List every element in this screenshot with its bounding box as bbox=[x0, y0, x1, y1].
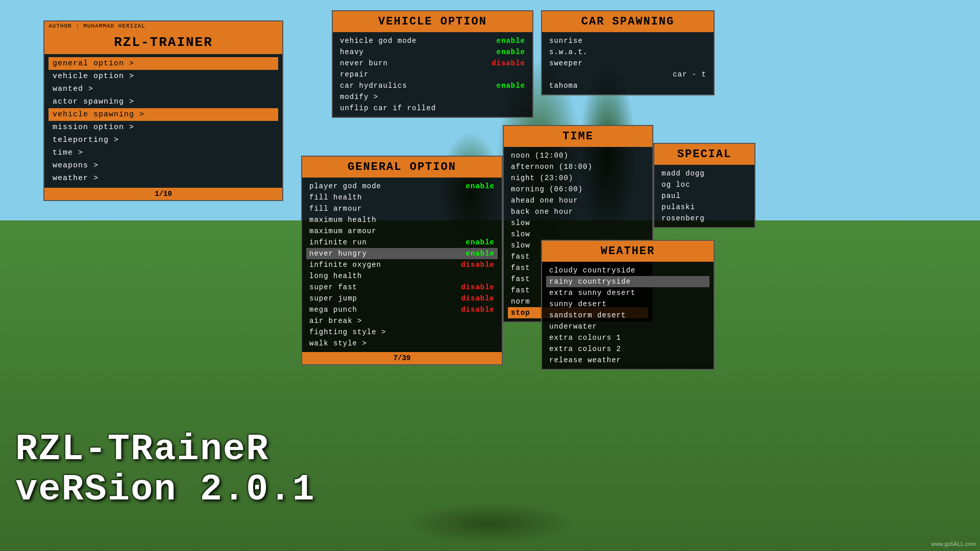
watermark: www.go5ALL.com bbox=[931, 541, 976, 547]
weather-panel: weather cloudy countryside rainy country… bbox=[541, 240, 715, 370]
menu-item-teleport[interactable]: teleporting > bbox=[48, 134, 278, 146]
time-panel-title: time bbox=[504, 126, 652, 147]
infinite-oxygen[interactable]: infinite oxygen disable bbox=[306, 259, 498, 270]
car-spawn-title: car spawning bbox=[542, 11, 714, 32]
general-panel-body: player god mode enable fill health fill … bbox=[302, 178, 502, 352]
vehicle-unflip[interactable]: unflip car if rolled bbox=[337, 103, 528, 114]
car-spawn-body: sunrise s.w.a.t. sweeper car - t tahoma bbox=[542, 32, 714, 94]
general-option-panel: general option player god mode enable fi… bbox=[301, 156, 503, 365]
main-panel-page: 1/10 bbox=[44, 188, 282, 200]
menu-item-general[interactable]: general option > bbox=[48, 57, 278, 70]
time-back[interactable]: back one hour bbox=[508, 206, 648, 217]
vehicle-never-burn[interactable]: never burn disable bbox=[337, 58, 528, 69]
car-sweeper[interactable]: sweeper bbox=[546, 58, 709, 69]
vehicle-heavy[interactable]: heavy enable bbox=[337, 46, 528, 58]
special-paul[interactable]: paul bbox=[658, 190, 750, 202]
main-menu-body: general option > vehicle option > wanted… bbox=[44, 54, 282, 188]
time-slow2[interactable]: slow bbox=[508, 229, 648, 240]
vehicle-option-panel: vehicle option vehicle god mode enable h… bbox=[332, 10, 533, 118]
weather-extra1[interactable]: extra colours 1 bbox=[546, 332, 709, 343]
weather-underwater[interactable]: underwater bbox=[546, 321, 709, 332]
never-hungry[interactable]: never hungry enable bbox=[306, 248, 498, 259]
special-pulaski[interactable]: pulaski bbox=[658, 202, 750, 213]
time-noon[interactable]: noon (12:00) bbox=[508, 150, 648, 161]
long-health[interactable]: long health bbox=[306, 270, 498, 282]
weather-sandstorm[interactable]: sandstorm desert bbox=[546, 310, 709, 321]
vehicle-modify[interactable]: modify > bbox=[337, 91, 528, 103]
vehicle-god-mode[interactable]: vehicle god mode enable bbox=[337, 35, 528, 46]
big-title-line2: veRSion 2.0.1 bbox=[15, 470, 315, 510]
menu-item-weapons[interactable]: weapons > bbox=[48, 159, 278, 172]
weather-extra-sunny[interactable]: extra sunny desert bbox=[546, 287, 709, 298]
vehicle-panel-title: vehicle option bbox=[333, 11, 532, 32]
weather-extra2[interactable]: extra colours 2 bbox=[546, 343, 709, 355]
menu-item-vehicle[interactable]: vehicle option > bbox=[48, 70, 278, 83]
weather-sunny[interactable]: sunny desert bbox=[546, 298, 709, 310]
time-morning[interactable]: morning (06:00) bbox=[508, 184, 648, 195]
special-rosenberg[interactable]: rosenberg bbox=[658, 213, 750, 224]
vehicle-hydraulics[interactable]: car hydraulics enable bbox=[337, 80, 528, 91]
mega-punch[interactable]: mega punch disable bbox=[306, 304, 498, 315]
author-line: AUTHOR : MUHAMMAD HERIZAL bbox=[44, 21, 282, 31]
time-slow1[interactable]: slow bbox=[508, 217, 648, 229]
fill-health[interactable]: fill health bbox=[306, 192, 498, 203]
vehicle-repair[interactable]: repair bbox=[337, 69, 528, 80]
weather-panel-title: weather bbox=[542, 241, 714, 262]
weather-release[interactable]: release weather bbox=[546, 355, 709, 366]
general-panel-page: 7/39 bbox=[302, 352, 502, 364]
car-swat[interactable]: s.w.a.t. bbox=[546, 46, 709, 58]
super-jump[interactable]: super jump disable bbox=[306, 293, 498, 304]
special-og-loc[interactable]: og loc bbox=[658, 179, 750, 190]
time-night[interactable]: night (23:00) bbox=[508, 172, 648, 184]
walk-style[interactable]: walk style > bbox=[306, 338, 498, 349]
menu-item-actor-spawn[interactable]: actor spawning > bbox=[48, 95, 278, 108]
menu-item-wanted[interactable]: wanted > bbox=[48, 83, 278, 95]
menu-item-weather[interactable]: weather > bbox=[48, 172, 278, 185]
weather-rainy[interactable]: rainy countryside bbox=[546, 276, 709, 287]
big-title-line1: RZL-TRaineR bbox=[15, 430, 315, 470]
car-sunrise[interactable]: sunrise bbox=[546, 35, 709, 46]
menu-item-vehicle-spawn[interactable]: vehicle spawning > bbox=[48, 108, 278, 121]
infinite-run[interactable]: infinite run enable bbox=[306, 237, 498, 248]
time-ahead[interactable]: ahead one hour bbox=[508, 195, 648, 206]
menu-item-time[interactable]: time > bbox=[48, 146, 278, 159]
car-spawn-panel: car spawning sunrise s.w.a.t. sweeper ca… bbox=[541, 10, 715, 95]
special-panel: special madd dogg og loc paul pulaski ro… bbox=[653, 143, 755, 228]
super-fast[interactable]: super fast disable bbox=[306, 282, 498, 293]
fighting-style[interactable]: fighting style > bbox=[306, 327, 498, 338]
weather-panel-body: cloudy countryside rainy countryside ext… bbox=[542, 262, 714, 369]
max-armour[interactable]: maximum armour bbox=[306, 226, 498, 237]
main-panel: AUTHOR : MUHAMMAD HERIZAL RZL-TRAINER ge… bbox=[43, 20, 283, 201]
special-panel-title: special bbox=[654, 144, 754, 165]
main-panel-title: RZL-TRAINER bbox=[44, 31, 282, 54]
car-t[interactable]: car - t bbox=[546, 69, 709, 80]
fill-armour[interactable]: fill armour bbox=[306, 203, 498, 214]
special-panel-body: madd dogg og loc paul pulaski rosenberg bbox=[654, 165, 754, 227]
weather-cloudy[interactable]: cloudy countryside bbox=[546, 265, 709, 276]
menu-item-mission[interactable]: mission option > bbox=[48, 121, 278, 134]
air-break[interactable]: air break > bbox=[306, 315, 498, 327]
vehicle-panel-body: vehicle god mode enable heavy enable nev… bbox=[333, 32, 532, 117]
player-god-mode[interactable]: player god mode enable bbox=[306, 181, 498, 192]
car-tahoma[interactable]: tahoma bbox=[546, 80, 709, 91]
max-health[interactable]: maximum health bbox=[306, 214, 498, 226]
big-title: RZL-TRaineR veRSion 2.0.1 bbox=[15, 430, 315, 510]
time-afternoon[interactable]: afternoon (18:00) bbox=[508, 161, 648, 172]
general-panel-title: general option bbox=[302, 157, 502, 178]
special-madd-dogg[interactable]: madd dogg bbox=[658, 168, 750, 179]
